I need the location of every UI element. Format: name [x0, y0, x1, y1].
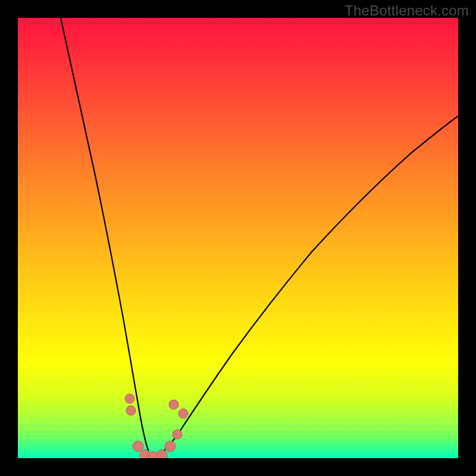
data-dot: [133, 441, 143, 452]
data-dot: [169, 400, 178, 409]
plot-area: [18, 18, 458, 458]
data-dot: [178, 409, 188, 418]
bottleneck-curve-svg: [18, 18, 458, 458]
chart-frame: TheBottleneck.com: [0, 0, 476, 476]
curve-right-branch: [154, 116, 458, 458]
data-dot: [125, 394, 134, 403]
curve-left-branch: [61, 18, 154, 458]
watermark-text: TheBottleneck.com: [345, 2, 469, 19]
data-dot: [173, 430, 182, 439]
data-dot: [156, 450, 167, 458]
data-dot: [165, 441, 176, 452]
data-dot: [126, 406, 136, 415]
